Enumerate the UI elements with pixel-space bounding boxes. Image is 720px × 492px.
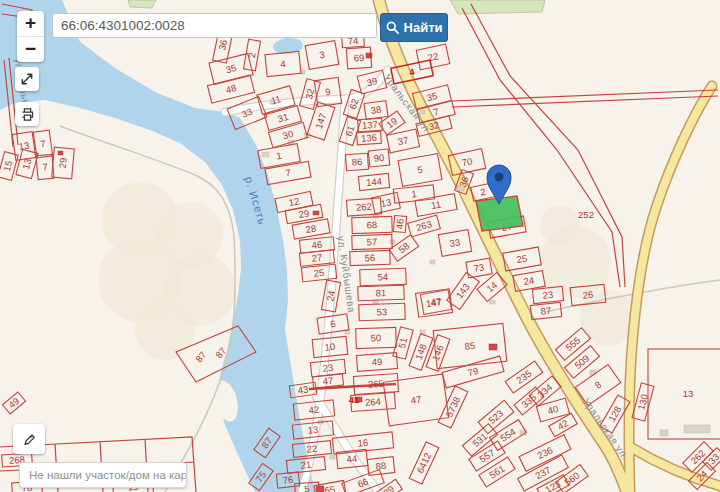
svg-text:16: 16 — [357, 437, 369, 449]
svg-text:33: 33 — [449, 236, 461, 249]
not-found-bar[interactable]: Не нашли участок/дом на карте? — [19, 462, 187, 488]
pencil-icon — [13, 424, 45, 454]
zoom-out-button[interactable]: − — [17, 37, 44, 62]
parcel-6[interactable]: 6 — [317, 314, 349, 334]
svg-text:47: 47 — [322, 375, 334, 387]
parcel-86[interactable]: 86 — [345, 153, 368, 170]
zoom-in-button[interactable]: + — [17, 11, 44, 37]
svg-text:70: 70 — [461, 155, 474, 168]
svg-text:44: 44 — [346, 453, 358, 465]
map-canvas[interactable]: 1371513729362354833113130174369743291473… — [0, 0, 720, 492]
parcel-13[interactable]: 13 — [648, 349, 720, 439]
svg-text:21: 21 — [300, 459, 312, 471]
search-input[interactable] — [52, 13, 377, 38]
search-button-label: Найти — [404, 20, 443, 35]
svg-text:73: 73 — [473, 261, 485, 274]
draw-button[interactable] — [13, 424, 45, 454]
svg-text:50: 50 — [371, 332, 382, 343]
svg-text:13: 13 — [683, 388, 694, 399]
svg-text:28: 28 — [305, 222, 317, 235]
search-icon — [386, 21, 399, 34]
search-button[interactable]: Найти — [380, 13, 448, 42]
svg-text:265: 265 — [368, 378, 385, 390]
parcel-69[interactable]: 69 — [346, 47, 371, 69]
parcel-87[interactable]: 87 — [530, 302, 561, 319]
parcel-4[interactable]: 4 — [265, 51, 301, 76]
svg-text:76: 76 — [282, 474, 294, 486]
svg-text:137: 137 — [362, 119, 379, 131]
zoom-control: + − — [17, 11, 44, 62]
svg-text:36: 36 — [216, 39, 229, 52]
svg-text:68: 68 — [367, 219, 378, 230]
parcel-90[interactable]: 90 — [368, 149, 390, 167]
cadastral-map-app: 1371513729362354833113130174369743291473… — [0, 0, 720, 492]
parcel-144[interactable]: 144 — [358, 173, 389, 190]
svg-text:90: 90 — [373, 152, 385, 164]
svg-text:29: 29 — [298, 207, 310, 220]
print-button[interactable] — [15, 102, 39, 126]
svg-text:10: 10 — [324, 341, 336, 353]
parcel-3[interactable]: 3 — [305, 41, 339, 70]
expand-icon — [15, 67, 39, 91]
parcel-46[interactable]: 46 — [393, 216, 406, 233]
svg-text:252: 252 — [578, 209, 594, 220]
svg-text:4: 4 — [280, 58, 286, 69]
svg-text:86: 86 — [351, 156, 362, 168]
parcel-29[interactable]: 29 — [52, 147, 75, 179]
svg-text:22: 22 — [306, 443, 318, 455]
parcel-44[interactable]: 44 — [336, 449, 368, 468]
svg-text:26: 26 — [582, 289, 594, 301]
svg-text:38: 38 — [370, 104, 382, 116]
svg-text:147: 147 — [425, 296, 442, 309]
printer-icon — [15, 102, 39, 126]
parcel-47[interactable]: 47 — [383, 374, 449, 426]
svg-text:81: 81 — [376, 287, 387, 298]
parcel-54[interactable]: 54 — [360, 268, 407, 286]
svg-text:46: 46 — [311, 239, 323, 251]
green-area-small — [128, 0, 156, 8]
parcel-27[interactable]: 27 — [299, 250, 334, 266]
svg-text:13: 13 — [307, 424, 319, 436]
svg-text:41: 41 — [349, 394, 360, 405]
parcel-41[interactable]: 41 — [349, 394, 360, 405]
svg-text:37: 37 — [397, 134, 410, 147]
parcel-25[interactable]: 25 — [301, 264, 336, 281]
svg-text:7: 7 — [42, 161, 48, 172]
parcel-23[interactable]: 23 — [532, 286, 563, 303]
svg-text:264: 264 — [365, 396, 382, 408]
svg-text:144: 144 — [366, 175, 383, 188]
svg-text:13: 13 — [380, 196, 393, 209]
svg-text:5: 5 — [304, 483, 310, 492]
parcel-137[interactable]: 137 — [358, 118, 383, 132]
svg-text:85: 85 — [464, 340, 476, 352]
parcel-10[interactable]: 10 — [312, 336, 348, 357]
svg-text:56: 56 — [365, 252, 376, 263]
parcel-42[interactable]: 42 — [293, 400, 334, 420]
parcel-26[interactable]: 26 — [570, 284, 606, 305]
svg-text:23: 23 — [322, 362, 334, 374]
parcel-53[interactable]: 53 — [359, 303, 406, 321]
svg-text:65: 65 — [324, 483, 336, 492]
svg-text:69: 69 — [353, 52, 364, 64]
svg-text:27: 27 — [311, 252, 323, 264]
parcel-136[interactable]: 136 — [357, 131, 382, 145]
parcel-33[interactable]: 33 — [438, 230, 471, 257]
svg-text:12: 12 — [288, 195, 301, 208]
parcel-38[interactable]: 38 — [364, 101, 388, 120]
parcel-147[interactable]: 147 — [415, 289, 452, 317]
svg-text:57: 57 — [367, 236, 378, 247]
parcel-81[interactable]: 81 — [358, 285, 404, 301]
parcel-68[interactable]: 68 — [352, 216, 393, 233]
parcel-56[interactable]: 56 — [350, 250, 390, 265]
svg-text:47: 47 — [410, 394, 422, 406]
parcel-49[interactable]: 49 — [356, 353, 397, 372]
parcel-57[interactable]: 57 — [352, 234, 392, 249]
svg-text:25: 25 — [516, 252, 528, 265]
svg-text:87: 87 — [540, 305, 552, 317]
svg-text:46: 46 — [394, 218, 406, 229]
parcel-50[interactable]: 50 — [356, 327, 397, 348]
parcel-252[interactable]: 252 — [578, 209, 594, 220]
svg-text:23: 23 — [542, 289, 554, 301]
svg-text:1: 1 — [411, 188, 417, 199]
fullscreen-button[interactable] — [15, 67, 39, 91]
